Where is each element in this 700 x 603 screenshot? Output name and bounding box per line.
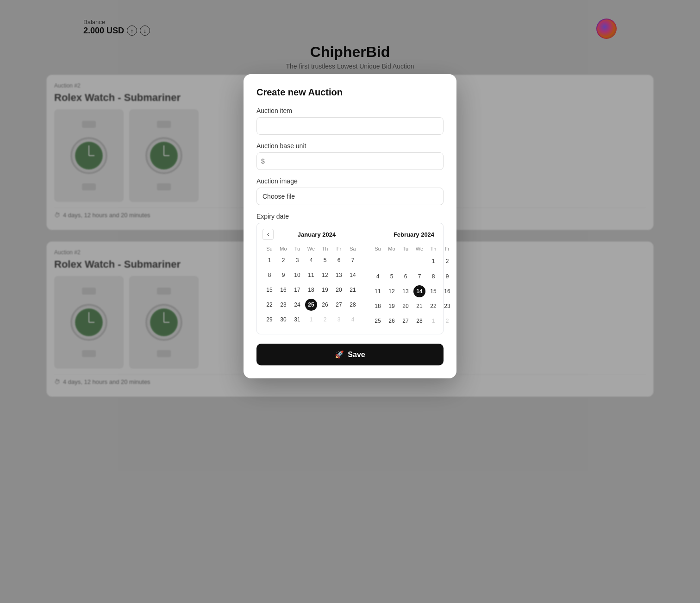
- list-item[interactable]: 22: [426, 299, 440, 314]
- list-item[interactable]: 10: [454, 269, 456, 284]
- auction-base-unit-group: Auction base unit $: [256, 142, 444, 170]
- list-item[interactable]: 17: [454, 284, 456, 299]
- list-item[interactable]: 21: [412, 299, 426, 314]
- list-item[interactable]: 19: [318, 283, 332, 297]
- list-item[interactable]: 3: [454, 314, 456, 328]
- table-row: 4 5 6 7 8 9 10: [371, 269, 456, 284]
- feb-mon-header: Mo: [385, 245, 399, 253]
- list-item[interactable]: 3: [454, 253, 456, 269]
- list-item[interactable]: 9: [440, 269, 454, 284]
- list-item[interactable]: 13: [332, 268, 346, 283]
- list-item[interactable]: 4: [371, 269, 385, 284]
- table-row: 18 19 20 21 22 23 24: [371, 299, 456, 314]
- list-item[interactable]: [385, 253, 399, 269]
- list-item[interactable]: 26: [385, 314, 399, 328]
- list-item[interactable]: 2: [318, 312, 332, 327]
- january-grid: Su Mo Tu We Th Fr Sa 1: [262, 245, 360, 327]
- list-item[interactable]: 6: [332, 253, 346, 268]
- save-button[interactable]: 🚀 Save: [256, 344, 444, 365]
- list-item[interactable]: 12: [385, 284, 399, 299]
- list-item[interactable]: 1: [426, 314, 440, 328]
- list-item[interactable]: 14: [412, 284, 426, 299]
- list-item[interactable]: 15: [262, 283, 276, 297]
- list-item[interactable]: 12: [318, 268, 332, 283]
- auction-base-unit-input[interactable]: [256, 152, 444, 170]
- list-item[interactable]: 27: [332, 297, 346, 312]
- list-item[interactable]: 2: [276, 253, 290, 268]
- list-item[interactable]: 23: [440, 299, 454, 314]
- list-item[interactable]: 11: [304, 268, 318, 283]
- list-item[interactable]: 31: [290, 312, 304, 327]
- list-item[interactable]: 3: [332, 312, 346, 327]
- list-item[interactable]: [412, 253, 426, 269]
- list-item[interactable]: 22: [262, 297, 276, 312]
- auction-base-unit-label: Auction base unit: [256, 142, 444, 150]
- jan-fri-header: Fr: [332, 245, 346, 253]
- table-row: 11 12 13 14 15 16 17: [371, 284, 456, 299]
- auction-item-input[interactable]: [256, 117, 444, 135]
- list-item[interactable]: 19: [385, 299, 399, 314]
- list-item[interactable]: 21: [346, 283, 360, 297]
- list-item[interactable]: 6: [399, 269, 412, 284]
- list-item[interactable]: 3: [290, 253, 304, 268]
- list-item[interactable]: 20: [399, 299, 412, 314]
- list-item[interactable]: 7: [346, 253, 360, 268]
- list-item[interactable]: 1: [262, 253, 276, 268]
- list-item[interactable]: 11: [371, 284, 385, 299]
- jan-sun-header: Su: [262, 245, 276, 253]
- table-row: 22 23 24 25 26 27 28: [262, 297, 360, 312]
- list-item[interactable]: 5: [385, 269, 399, 284]
- list-item[interactable]: 27: [399, 314, 412, 328]
- base-unit-input-wrapper: $: [256, 152, 444, 170]
- list-item[interactable]: 28: [412, 314, 426, 328]
- list-item[interactable]: 16: [276, 283, 290, 297]
- jan-wed-header: We: [304, 245, 318, 253]
- feb-sun-header: Su: [371, 245, 385, 253]
- list-item[interactable]: 8: [426, 269, 440, 284]
- list-item[interactable]: 13: [399, 284, 412, 299]
- list-item[interactable]: [371, 253, 385, 269]
- list-item[interactable]: 10: [290, 268, 304, 283]
- list-item[interactable]: 16: [440, 284, 454, 299]
- list-item[interactable]: 1: [304, 312, 318, 327]
- list-item[interactable]: 8: [262, 268, 276, 283]
- list-item[interactable]: 2: [440, 314, 454, 328]
- dollar-icon: $: [261, 157, 265, 165]
- list-item[interactable]: 15: [426, 284, 440, 299]
- table-row: 1 2 3 4 5 6 7: [262, 253, 360, 268]
- list-item[interactable]: 18: [371, 299, 385, 314]
- list-item[interactable]: 25: [304, 297, 318, 312]
- list-item[interactable]: 18: [304, 283, 318, 297]
- list-item[interactable]: 24: [454, 299, 456, 314]
- list-item[interactable]: 23: [276, 297, 290, 312]
- list-item[interactable]: 5: [318, 253, 332, 268]
- create-auction-modal: Create new Auction Auction item Auction …: [244, 74, 456, 378]
- list-item[interactable]: 14: [346, 268, 360, 283]
- february-grid: Su Mo Tu We Th Fr Sa: [371, 245, 456, 328]
- list-item[interactable]: 7: [412, 269, 426, 284]
- list-item[interactable]: 4: [304, 253, 318, 268]
- feb-tue-header: Tu: [399, 245, 412, 253]
- rocket-icon: 🚀: [335, 350, 344, 359]
- list-item[interactable]: 30: [276, 312, 290, 327]
- calendar-container: ‹ January 2024 Su Mo Tu We Th: [256, 223, 444, 334]
- list-item[interactable]: 1: [426, 253, 440, 269]
- list-item[interactable]: 4: [346, 312, 360, 327]
- list-item[interactable]: 17: [290, 283, 304, 297]
- modal-overlay[interactable]: Create new Auction Auction item Auction …: [0, 0, 700, 603]
- list-item[interactable]: 9: [276, 268, 290, 283]
- list-item[interactable]: [399, 253, 412, 269]
- list-item[interactable]: 29: [262, 312, 276, 327]
- list-item[interactable]: 25: [371, 314, 385, 328]
- choose-file-button[interactable]: Choose file: [256, 188, 444, 205]
- table-row: 15 16 17 18 19 20 21: [262, 283, 360, 297]
- prev-month-button[interactable]: ‹: [262, 229, 274, 240]
- list-item[interactable]: 28: [346, 297, 360, 312]
- list-item[interactable]: 24: [290, 297, 304, 312]
- feb-sat-header: Sa: [454, 245, 456, 253]
- save-button-label: Save: [348, 351, 365, 359]
- list-item[interactable]: 20: [332, 283, 346, 297]
- list-item[interactable]: 2: [440, 253, 454, 269]
- list-item[interactable]: 26: [318, 297, 332, 312]
- auction-image-label: Auction image: [256, 177, 444, 185]
